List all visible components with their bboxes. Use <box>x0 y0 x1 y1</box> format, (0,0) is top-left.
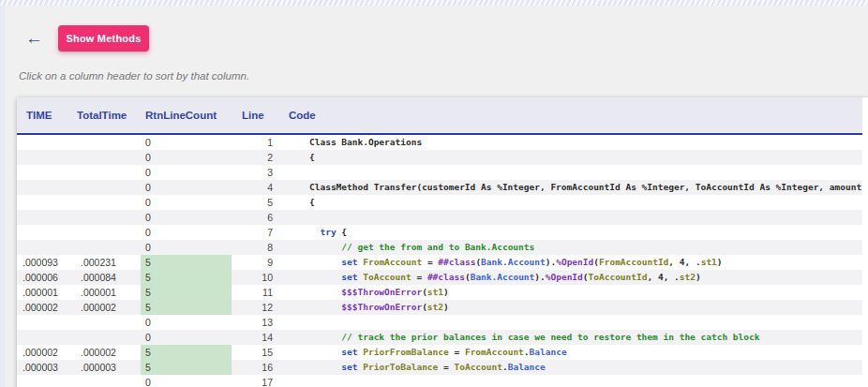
time-value: .000003 <box>22 360 58 375</box>
code-token: = <box>422 257 438 267</box>
code-token: ##class <box>427 272 465 282</box>
code-token: { <box>337 227 347 237</box>
table-row: 08 // get the from and to Bank.Accounts <box>17 240 862 255</box>
rtnlinecount-cell: 5 <box>141 360 232 375</box>
table-row: .000093.00023159 set FromAccount = ##cla… <box>17 255 862 270</box>
table-row: .000002.000002512 $$$ThrowOnError(st2) <box>17 300 862 315</box>
code-text: set PriorToBalance = ToAccount.Balance <box>309 360 862 375</box>
code-token: ) <box>717 257 723 267</box>
table-row: 05{ <box>17 195 862 210</box>
rtnlinecount-cell: 5 <box>141 345 232 360</box>
code-token <box>309 332 341 342</box>
code-token: , 4, . <box>668 257 700 267</box>
code-token: PriorToBalance <box>363 362 438 372</box>
column-header-totaltime[interactable]: TotalTime <box>77 97 127 133</box>
time-value: .000093 <box>22 255 58 270</box>
code-text: set FromAccount = ##class(Bank.Account).… <box>309 255 862 270</box>
time-value: .000006 <box>22 270 58 285</box>
rtnlinecount-cell: 0 <box>141 240 232 255</box>
table-row: 013 <box>17 315 862 330</box>
code-text: // get the from and to Bank.Accounts <box>309 240 862 255</box>
time-value: .000002 <box>22 300 58 315</box>
code-token <box>309 287 341 297</box>
code-token: FromAccountId <box>599 257 668 267</box>
code-token: $$$ThrowOnError <box>341 287 422 297</box>
code-token: = <box>449 347 465 357</box>
code-token: st1 <box>427 287 443 297</box>
line-number: 16 <box>234 360 273 375</box>
window-top-decoration <box>0 0 868 6</box>
rtnlinecount-cell: 0 <box>141 165 232 180</box>
line-number: 10 <box>234 270 273 285</box>
code-token: ToAccountId <box>589 272 648 282</box>
code-token: PriorFromBalance <box>363 347 449 357</box>
line-number: 5 <box>234 195 273 210</box>
code-token: try <box>320 227 336 237</box>
code-text: ClassMethod Transfer(customerId As %Inte… <box>309 180 862 195</box>
code-text: // track the prior balances in case we n… <box>309 330 862 345</box>
code-token: %OpenId <box>546 272 583 282</box>
code-token: { <box>309 152 315 162</box>
rtnlinecount-cell: 0 <box>141 150 232 165</box>
code-token: // track the prior balances in case we n… <box>341 332 759 342</box>
code-token: $$$ThrowOnError <box>341 302 422 312</box>
code-text: $$$ThrowOnError(st1) <box>309 285 862 300</box>
table-row: .000006.000084510 set ToAccount = ##clas… <box>17 270 862 285</box>
code-token: st2 <box>680 272 696 282</box>
column-header-time[interactable]: TIME <box>26 97 52 133</box>
rtnlinecount-cell: 5 <box>141 300 232 315</box>
totaltime-value: .000084 <box>81 270 116 285</box>
code-token: set <box>341 272 357 282</box>
code-token: ToAccount <box>363 272 411 282</box>
rtnlinecount-cell: 0 <box>141 180 232 195</box>
totaltime-value: .000003 <box>81 360 116 375</box>
table-header-row: TIME TotalTime RtnLineCount Line Code <box>17 97 862 135</box>
table-row: 017 <box>17 375 862 387</box>
rtnlinecount-cell: 0 <box>141 225 232 240</box>
code-token: set <box>341 362 357 372</box>
rtnlinecount-cell: 0 <box>141 375 232 387</box>
code-token <box>309 242 341 252</box>
totaltime-value: .000002 <box>81 300 116 315</box>
time-value: .000001 <box>22 285 58 300</box>
column-header-rtnlinecount[interactable]: RtnLineCount <box>145 97 217 133</box>
left-edge-strip <box>0 6 5 387</box>
code-token: FromAccount <box>363 257 422 267</box>
line-number: 15 <box>234 345 273 360</box>
line-number: 6 <box>234 210 273 225</box>
code-token: ) <box>696 272 701 282</box>
totaltime-value: .000001 <box>81 285 116 300</box>
rtnlinecount-cell: 5 <box>141 255 232 270</box>
code-text: set PriorFromBalance = FromAccount.Balan… <box>309 345 862 360</box>
code-token: Balance <box>530 347 567 357</box>
line-number: 2 <box>234 150 273 165</box>
code-text: { <box>309 150 862 165</box>
line-number: 7 <box>234 225 273 240</box>
code-token: ) <box>443 302 449 312</box>
code-token: ClassMethod Transfer(customerId As %Inte… <box>309 182 861 192</box>
code-token: Bank.Account <box>481 257 546 267</box>
code-token: { <box>309 197 315 207</box>
rtnlinecount-cell: 0 <box>141 195 232 210</box>
code-token: ##class <box>438 257 475 267</box>
table-row: 02{ <box>17 150 862 165</box>
column-header-code[interactable]: Code <box>289 97 316 133</box>
code-token <box>309 347 341 357</box>
code-text <box>309 210 862 225</box>
line-number: 9 <box>234 255 273 270</box>
code-text <box>309 165 862 180</box>
totaltime-value: .000231 <box>81 255 116 270</box>
code-token: Bank.Account <box>471 272 535 282</box>
table-row: .000001.000001511 $$$ThrowOnError(st1) <box>17 285 862 300</box>
back-arrow-button[interactable]: ← <box>25 28 46 49</box>
code-token <box>309 272 341 282</box>
code-token: ToAccount <box>454 362 501 372</box>
code-text <box>309 375 862 387</box>
show-methods-button[interactable]: Show Methods <box>58 25 149 52</box>
code-token <box>309 302 341 312</box>
code-token: Class Bank.Operations <box>309 137 422 147</box>
code-token: set <box>341 257 357 267</box>
column-header-line[interactable]: Line <box>242 97 264 133</box>
code-token: ) <box>443 287 449 297</box>
rtnlinecount-cell: 0 <box>141 135 232 150</box>
